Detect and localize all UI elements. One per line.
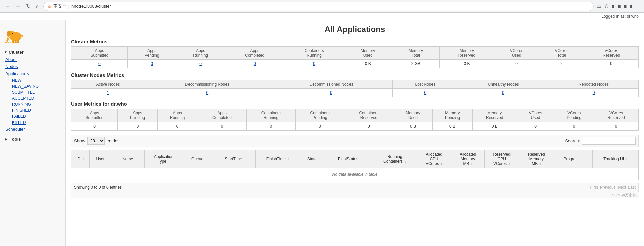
home-button[interactable]: ⌂	[35, 3, 41, 10]
cn-val-0[interactable]: 1	[71, 89, 145, 97]
um-header-12: VCoresReserved	[594, 109, 639, 122]
back-button[interactable]: ←	[3, 3, 11, 10]
um-val-7: 0 B	[393, 122, 432, 131]
last-button: Last	[628, 185, 636, 190]
cn-val-5[interactable]: 0	[549, 89, 639, 97]
cn-header-5: Rebooted Nodes	[549, 80, 639, 89]
sidebar-item-killed[interactable]: KILLED	[9, 119, 65, 126]
logged-in-text: Logged in as: dr.who	[601, 14, 639, 19]
sidebar-item-scheduler[interactable]: Scheduler	[0, 126, 65, 133]
cn-val-4[interactable]: 0	[458, 89, 549, 97]
cn-val-2[interactable]: 0	[270, 89, 393, 97]
at-header-user[interactable]: User ↕	[89, 150, 115, 168]
um-val-11: 0	[554, 122, 594, 131]
forward-button[interactable]: →	[14, 3, 22, 10]
sidebar-item-failed[interactable]: FAILED	[9, 113, 65, 119]
sidebar: hadoop ▼ Cluster About Nodes Application…	[0, 20, 66, 246]
reload-button[interactable]: ↻	[25, 2, 32, 10]
search-input[interactable]	[582, 137, 636, 145]
um-header-2: AppsRunning	[157, 109, 198, 122]
cm-header-2: AppsRunning	[176, 47, 225, 60]
pagination: First Previous Next Last	[590, 185, 636, 190]
um-header-4: ContainersRunning	[247, 109, 296, 122]
cluster-nodes-table: Active Nodes Decommissioning Nodes Decom…	[71, 80, 639, 97]
applications-table: ID ↕ User ↕ Name ↕ ApplicationType ↕ Que…	[71, 150, 639, 180]
menu-icon[interactable]: ⋮	[635, 3, 641, 9]
show-label: Show	[74, 138, 85, 143]
sidebar-item-nodes[interactable]: Nodes	[0, 63, 65, 70]
puzzle-icon[interactable]: ■	[624, 3, 627, 9]
at-header-queue[interactable]: Queue ↕	[183, 150, 215, 168]
cluster-nodes-title: Cluster Nodes Metrics	[71, 72, 639, 78]
cn-val-3[interactable]: 0	[393, 89, 458, 97]
cm-header-3: AppsCompleted	[225, 47, 284, 60]
sidebar-item-finished[interactable]: FINISHED	[9, 107, 65, 113]
url-text: |	[68, 4, 69, 9]
at-header-allocatedcpu[interactable]: AllocatedCPUVCores ↕	[417, 150, 451, 168]
browser-chrome: ← → ↻ ⌂ ⚠ 不安全 | nnode1:8088/cluster ▭ ☆ …	[0, 0, 644, 13]
show-entries: Show 10 20 25 50 100 entries	[74, 137, 120, 145]
content-area: hadoop ▼ Cluster About Nodes Application…	[0, 20, 644, 246]
at-header-name[interactable]: Name ↕	[115, 150, 144, 168]
sidebar-item-applications[interactable]: Applications	[0, 70, 65, 77]
um-header-5: ContainersPending	[296, 109, 344, 122]
cluster-metrics-title: Cluster Metrics	[71, 39, 639, 44]
csdn-text: CSDN @万家林	[610, 193, 636, 197]
at-header-trackingui[interactable]: Tracking UI ↕	[592, 150, 638, 168]
entries-select[interactable]: 10 20 25 50 100	[87, 137, 105, 145]
cm-header-8: VCoresUsed	[494, 47, 539, 60]
cm-val-2[interactable]: 0	[176, 60, 225, 68]
sidebar-item-new-saving[interactable]: NEW_SAVING	[9, 83, 65, 89]
cm-header-10: VCoresReserved	[584, 47, 639, 60]
cn-val-1[interactable]: 0	[145, 89, 270, 97]
at-header-state[interactable]: State ↕	[300, 150, 327, 168]
um-val-8: 0 B	[433, 122, 473, 131]
sidebar-cluster-section[interactable]: ▼ Cluster	[0, 48, 65, 56]
cluster-arrow-icon: ▼	[4, 50, 7, 54]
extension-icon[interactable]: ■	[618, 3, 621, 9]
at-header-runningcontainers[interactable]: RunningContainers ↕	[373, 150, 417, 168]
um-header-7: MemoryUsed	[393, 109, 432, 122]
cluster-metrics-table: AppsSubmitted AppsPending AppsRunning Ap…	[71, 46, 639, 68]
at-header-id[interactable]: ID ↕	[71, 150, 90, 168]
at-header-allocatedmem[interactable]: AllocatedMemoryMB ↕	[451, 150, 485, 168]
sidebar-item-running[interactable]: RUNNING	[9, 101, 65, 107]
sidebar-tools-label: Tools	[10, 137, 21, 142]
um-val-3: 0	[198, 122, 247, 131]
um-val-0: 0	[71, 122, 118, 131]
profile-icon[interactable]: ■	[611, 3, 615, 9]
bookmark-icon[interactable]: ☆	[604, 3, 609, 9]
at-header-reservedcpu[interactable]: ReservedCPUVCores ↕	[485, 150, 519, 168]
at-header-reservedmem[interactable]: ReservedMemoryMB ↕	[519, 150, 554, 168]
security-warning-text: 不安全	[53, 3, 66, 9]
cm-header-7: MemoryReserved	[440, 47, 494, 60]
sidebar-item-submitted[interactable]: SUBMITTED	[9, 89, 65, 95]
at-header-progress[interactable]: Progress ↕	[554, 150, 592, 168]
at-header-apptype[interactable]: ApplicationType ↕	[144, 150, 183, 168]
at-header-finalstatus[interactable]: FinalStatus ↕	[327, 150, 373, 168]
tools-arrow-icon: ►	[4, 137, 8, 142]
no-data-row: No data available in table	[71, 168, 639, 180]
sidebar-item-accepted[interactable]: ACCEPTED	[9, 95, 65, 101]
main-content: All Applications Cluster Metrics AppsSub…	[66, 20, 644, 246]
cm-header-5: MemoryUsed	[344, 47, 392, 60]
cm-val-1[interactable]: 0	[127, 60, 176, 68]
cn-header-1: Decommissioning Nodes	[145, 80, 270, 89]
showing-text: Showing 0 to 0 of 0 entries	[74, 185, 122, 190]
cast-icon[interactable]: ▭	[596, 3, 601, 9]
at-header-finishtime[interactable]: FinishTime ↕	[256, 150, 300, 168]
cm-val-4[interactable]: 0	[284, 60, 344, 68]
cm-val-7: 0 B	[440, 60, 494, 68]
sidebar-item-new[interactable]: NEW	[9, 77, 65, 83]
previous-button: Previous	[600, 185, 616, 190]
table-controls: Show 10 20 25 50 100 entries Search:	[71, 135, 639, 147]
top-bar: Logged in as: dr.who	[0, 13, 644, 20]
cm-val-3[interactable]: 0	[225, 60, 284, 68]
svg-point-3	[12, 33, 13, 34]
sidebar-tools-section[interactable]: ► Tools	[0, 135, 65, 143]
cm-val-0[interactable]: 0	[71, 60, 128, 68]
um-val-2: 0	[157, 122, 198, 131]
sidebar-item-about[interactable]: About	[0, 56, 65, 63]
account-icon[interactable]: ■	[629, 3, 633, 9]
at-header-starttime[interactable]: StartTime ↕	[215, 150, 256, 168]
